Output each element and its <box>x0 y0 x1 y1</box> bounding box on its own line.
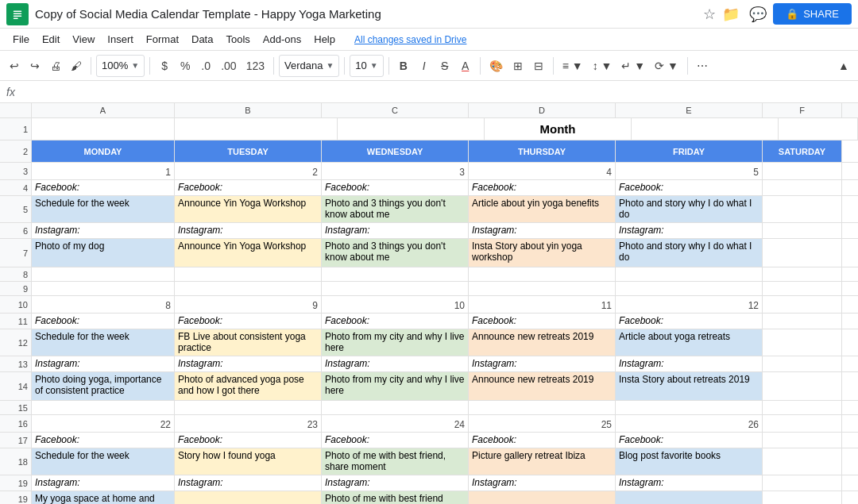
folder-icon[interactable]: 📁 <box>722 6 740 23</box>
cell-16b[interactable]: 23 <box>175 415 322 432</box>
col-header-a[interactable]: A <box>32 103 175 117</box>
more-button[interactable]: ⋯ <box>693 55 712 77</box>
text-color-button[interactable]: A <box>456 55 475 77</box>
cell-2a[interactable]: MONDAY <box>32 140 175 162</box>
cell-14e[interactable]: Insta Story about retreats 2019 <box>616 372 763 400</box>
zoom-dropdown[interactable]: 100% ▼ <box>96 55 145 77</box>
cell-11f[interactable] <box>763 314 842 329</box>
cell-19c[interactable]: Instagram: <box>322 475 469 491</box>
decimal00-button[interactable]: .00 <box>217 55 240 77</box>
menu-addons[interactable]: Add-ons <box>257 32 307 47</box>
cell-9d[interactable] <box>469 282 616 295</box>
cell-8f[interactable] <box>763 267 842 281</box>
currency-button[interactable]: $ <box>155 55 174 77</box>
cell-1c[interactable] <box>338 118 485 140</box>
cell-6d[interactable]: Instagram: <box>469 223 616 238</box>
cell-15e[interactable] <box>616 401 763 414</box>
cell-6a[interactable]: Instagram: <box>32 223 175 238</box>
col-header-e[interactable]: E <box>616 103 763 117</box>
fill-color-button[interactable]: 🎨 <box>485 55 507 77</box>
cell-1b[interactable] <box>175 118 338 140</box>
cell-18e[interactable]: Blog post favorite books <box>616 448 763 475</box>
cell-10f[interactable] <box>763 296 842 313</box>
cell-4d[interactable]: Facebook: <box>469 180 616 195</box>
menu-edit[interactable]: Edit <box>36 32 66 47</box>
cell-9a[interactable] <box>32 282 175 295</box>
cell-8e[interactable] <box>616 267 763 281</box>
cell-18a[interactable]: Schedule for the week <box>32 448 175 475</box>
cell-13a[interactable]: Instagram: <box>32 356 175 371</box>
cell-3f[interactable] <box>763 163 842 179</box>
cell-1a[interactable] <box>32 118 175 140</box>
cell-10b[interactable]: 9 <box>175 296 322 313</box>
cell-4c[interactable]: Facebook: <box>322 180 469 195</box>
cell-6f[interactable] <box>763 223 842 238</box>
cell-3d[interactable]: 4 <box>469 163 616 179</box>
cell-20d[interactable] <box>469 491 616 504</box>
cell-15a[interactable] <box>32 401 175 414</box>
cell-13f[interactable] <box>763 356 842 371</box>
percent-button[interactable]: % <box>176 55 195 77</box>
cell-8d[interactable] <box>469 267 616 281</box>
cell-9c[interactable] <box>322 282 469 295</box>
col-header-f[interactable]: F <box>763 103 842 117</box>
cell-11d[interactable]: Facebook: <box>469 314 616 329</box>
cell-6c[interactable]: Instagram: <box>322 223 469 238</box>
collapse-button[interactable]: ▲ <box>834 55 853 77</box>
rotate-button[interactable]: ⟳ ▼ <box>651 55 682 77</box>
cell-7d[interactable]: Insta Story about yin yoga workshop <box>469 239 616 267</box>
cell-18f[interactable] <box>763 448 842 475</box>
cell-13b[interactable]: Instagram: <box>175 356 322 371</box>
cell-19a[interactable]: Instagram: <box>32 475 175 491</box>
cell-4e[interactable]: Facebook: <box>616 180 763 195</box>
cell-7c[interactable]: Photo and 3 things you don't know about … <box>322 239 469 267</box>
redo-button[interactable]: ↪ <box>25 55 44 77</box>
align-button[interactable]: ≡ ▼ <box>558 55 587 77</box>
cell-17c[interactable]: Facebook: <box>322 433 469 448</box>
textwrap-button[interactable]: ↵ ▼ <box>617 55 649 77</box>
cell-12c[interactable]: Photo from my city and why I live here <box>322 329 469 356</box>
cell-13c[interactable]: Instagram: <box>322 356 469 371</box>
cell-20b[interactable] <box>175 491 322 504</box>
cell-3b[interactable]: 2 <box>175 163 322 179</box>
cell-15f[interactable] <box>763 401 842 414</box>
col-header-b[interactable]: B <box>175 103 322 117</box>
menu-format[interactable]: Format <box>140 32 185 47</box>
cell-1d[interactable]: Month <box>485 118 632 140</box>
col-header-d[interactable]: D <box>469 103 616 117</box>
menu-insert[interactable]: Insert <box>101 32 140 47</box>
cell-10a[interactable]: 8 <box>32 296 175 313</box>
cell-15c[interactable] <box>322 401 469 414</box>
undo-button[interactable]: ↩ <box>5 55 24 77</box>
cell-5c[interactable]: Photo and 3 things you don't know about … <box>322 196 469 222</box>
cell-14b[interactable]: Photo of advanced yoga pose and how I go… <box>175 372 322 400</box>
cell-14d[interactable]: Announce new retreats 2019 <box>469 372 616 400</box>
cell-16c[interactable]: 24 <box>322 415 469 432</box>
cell-20a[interactable]: My yoga space at home and <box>32 491 175 504</box>
cell-18d[interactable]: Picture gallery retreat Ibiza <box>469 448 616 475</box>
cell-13d[interactable]: Instagram: <box>469 356 616 371</box>
fontsize-dropdown[interactable]: 10 ▼ <box>350 55 383 77</box>
cell-12e[interactable]: Article about yoga retreats <box>616 329 763 356</box>
decimal0-button[interactable]: .0 <box>196 55 215 77</box>
menu-tools[interactable]: Tools <box>219 32 256 47</box>
cell-5d[interactable]: Article about yin yoga benefits <box>469 196 616 222</box>
menu-data[interactable]: Data <box>185 32 219 47</box>
cell-9e[interactable] <box>616 282 763 295</box>
cell-16f[interactable] <box>763 415 842 432</box>
cell-4f[interactable] <box>763 180 842 195</box>
cell-5b[interactable]: Announce Yin Yoga Workshop <box>175 196 322 222</box>
cell-20f[interactable] <box>763 491 842 504</box>
cell-7b[interactable]: Announce Yin Yoga Workshop <box>175 239 322 267</box>
cell-9b[interactable] <box>175 282 322 295</box>
merge-button[interactable]: ⊟ <box>529 55 548 77</box>
paint-format-button[interactable]: 🖌 <box>67 55 86 77</box>
cell-11e[interactable]: Facebook: <box>616 314 763 329</box>
chat-icon[interactable]: 💬 <box>749 6 767 23</box>
valign-button[interactable]: ↕ ▼ <box>589 55 616 77</box>
cell-8b[interactable] <box>175 267 322 281</box>
cell-20c[interactable]: Photo of me with best friend <box>322 491 469 504</box>
share-button[interactable]: 🔒 SHARE <box>773 3 852 25</box>
cell-11b[interactable]: Facebook: <box>175 314 322 329</box>
cell-16a[interactable]: 22 <box>32 415 175 432</box>
